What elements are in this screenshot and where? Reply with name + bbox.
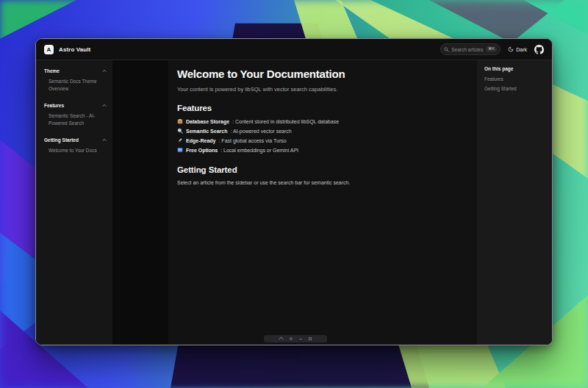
search-shortcut-badge: ⌘K: [486, 46, 497, 53]
github-icon: [534, 45, 544, 54]
chevron-up-icon: [102, 69, 107, 73]
app-logo[interactable]: A: [44, 45, 54, 54]
sidebar-section-title: Features: [44, 103, 64, 108]
page-title: Welcome to Your Documentation: [177, 68, 465, 80]
feature-desc: : Local embeddings or Gemini API: [220, 148, 298, 153]
chevron-glyph-icon: [279, 337, 283, 341]
search-box[interactable]: ⌘K: [440, 43, 501, 55]
sidebar-item-welcome[interactable]: Welcome to Your Docs: [43, 144, 104, 157]
feature-item-edge-ready: Edge-Ready: Fast global access via Turso: [177, 137, 465, 143]
box-glyph-icon: [309, 337, 312, 340]
getting-started-text: Select an article from the sidebar or us…: [177, 180, 465, 185]
rocket-icon: [177, 137, 183, 143]
toc-title: On this page: [484, 66, 548, 71]
dash-glyph-icon: [299, 339, 302, 340]
features-list: Database Storage: Content stored in dist…: [177, 118, 465, 153]
sidebar-section-getting-started: Getting Started Welcome to Your Docs: [43, 136, 107, 157]
feature-desc: : Content stored in distributed libSQL d…: [232, 119, 339, 124]
sidebar-section-header[interactable]: Getting Started: [43, 136, 107, 144]
feature-desc: : Fast global access via Turso: [218, 138, 286, 143]
feature-label: Free Options: [186, 148, 218, 153]
sidebar-section-header[interactable]: Features: [43, 101, 107, 109]
search-input[interactable]: [451, 47, 484, 52]
github-link[interactable]: [534, 45, 544, 54]
toc-link-getting-started[interactable]: Getting Started: [484, 86, 548, 91]
sidebar-section-theme: Theme Semantic Docs Theme Overview: [43, 67, 107, 95]
sidebar-section-title: Theme: [44, 68, 60, 73]
feature-item-free-options: Free Options: Local embeddings or Gemini…: [177, 147, 465, 153]
sidebar-item-theme-overview[interactable]: Semantic Docs Theme Overview: [43, 75, 104, 95]
feature-label: Semantic Search: [186, 129, 227, 134]
app-header: A Astro Vault ⌘K Dark: [36, 39, 552, 60]
chevron-up-icon: [102, 138, 107, 142]
feature-label: Database Storage: [186, 119, 229, 124]
page-intro: Your content is powered by libSQL with v…: [177, 86, 465, 93]
desktop-wallpaper: A Astro Vault ⌘K Dark: [0, 0, 588, 388]
dot-glyph-icon: [290, 337, 293, 340]
sidebar-nav: Theme Semantic Docs Theme Overview Featu…: [36, 60, 112, 345]
sidebar-section-title: Getting Started: [44, 137, 79, 143]
getting-started-heading: Getting Started: [177, 165, 465, 174]
brand-title[interactable]: Astro Vault: [59, 46, 90, 53]
sidebar-item-semantic-search[interactable]: Semantic Search - AI-Powered Search: [43, 109, 104, 129]
app-window: A Astro Vault ⌘K Dark: [35, 38, 553, 345]
header-actions: ⌘K Dark: [440, 43, 544, 55]
feature-label: Edge-Ready: [186, 138, 215, 143]
sidebar-section-header[interactable]: Theme: [43, 67, 107, 75]
on-this-page-panel: On this page Features Getting Started: [477, 60, 552, 345]
content-gutter: [112, 60, 168, 345]
getting-started-section: Getting Started Select an article from t…: [177, 165, 465, 185]
features-heading: Features: [177, 104, 465, 112]
magnifier-icon: [177, 128, 183, 134]
sidebar-section-features: Features Semantic Search - AI-Powered Se…: [43, 101, 107, 129]
feature-item-database: Database Storage: Content stored in dist…: [177, 118, 465, 124]
app-body: Theme Semantic Docs Theme Overview Featu…: [36, 60, 552, 345]
free-icon: [177, 147, 183, 153]
theme-toggle-button[interactable]: Dark: [508, 46, 527, 52]
moon-icon: [508, 46, 514, 52]
theme-toggle-label: Dark: [516, 47, 527, 52]
feature-item-semantic-search: Semantic Search: AI-powered vector searc…: [177, 128, 465, 134]
mini-toolbar[interactable]: [264, 335, 327, 342]
package-icon: [177, 118, 183, 124]
toc-link-features[interactable]: Features: [484, 76, 548, 82]
main-content: Welcome to Your Documentation Your conte…: [168, 60, 477, 345]
chevron-up-icon: [102, 104, 107, 107]
feature-desc: : AI-powered vector search: [230, 129, 291, 134]
search-icon: [444, 47, 449, 52]
